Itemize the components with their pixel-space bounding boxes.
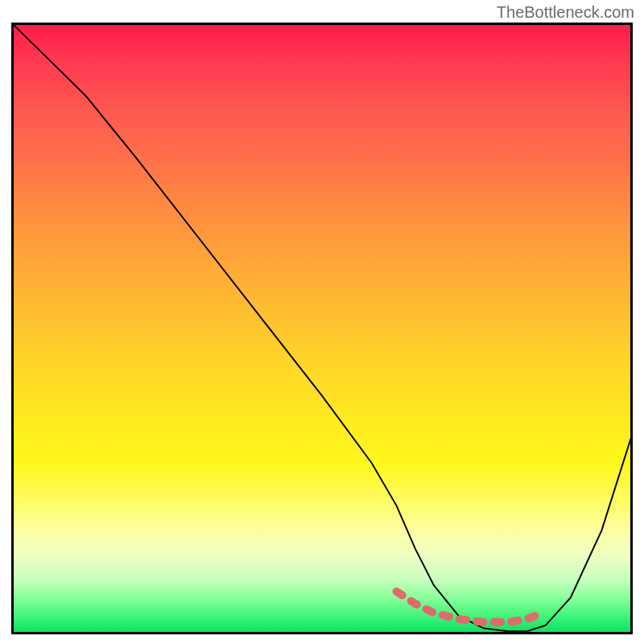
watermark-text: TheBottleneck.com <box>497 3 634 22</box>
chart-svg-layer <box>11 23 633 634</box>
bottleneck-curve-line <box>11 23 633 631</box>
optimal-flat-region-marker <box>397 592 543 622</box>
chart-container <box>11 23 633 634</box>
